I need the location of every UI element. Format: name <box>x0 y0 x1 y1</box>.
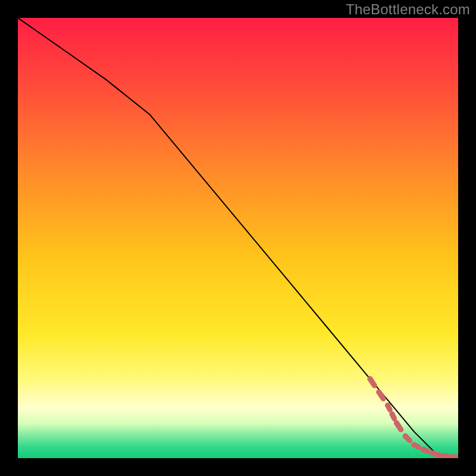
main-curve <box>18 18 458 458</box>
svg-point-6 <box>385 403 390 408</box>
chart-stage: TheBottleneck.com <box>0 0 476 476</box>
svg-point-16 <box>420 447 425 452</box>
svg-point-10 <box>394 420 399 425</box>
svg-point-8 <box>390 412 395 417</box>
svg-point-2 <box>368 376 373 381</box>
watermark-text: TheBottleneck.com <box>346 1 470 18</box>
svg-point-4 <box>376 390 381 395</box>
bottleneck-markers <box>368 376 459 458</box>
plot-area <box>18 18 458 458</box>
data-overlay <box>18 18 458 458</box>
svg-point-20 <box>434 452 439 458</box>
svg-point-12 <box>403 434 408 439</box>
svg-point-14 <box>412 442 417 447</box>
